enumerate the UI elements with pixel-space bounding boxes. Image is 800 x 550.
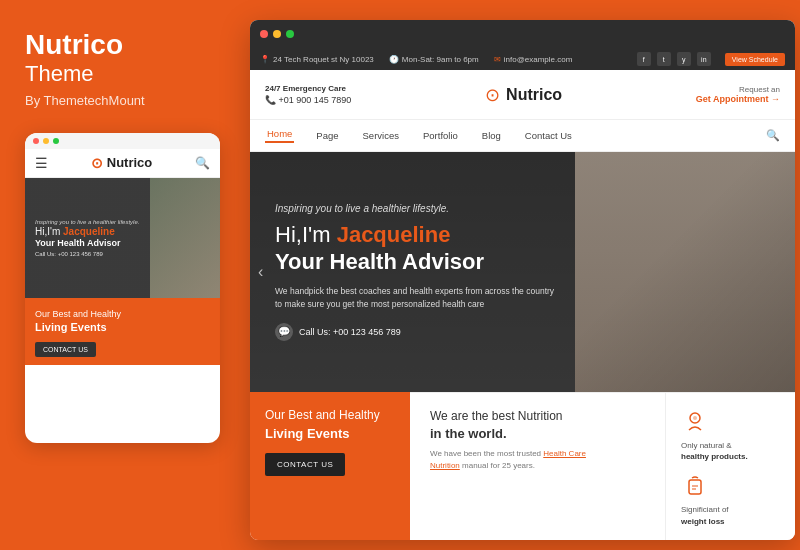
mobile-dot-red bbox=[33, 138, 39, 144]
site-header: 24/7 Emergency Care 📞 +01 900 145 7890 ⊙… bbox=[250, 70, 795, 120]
social-icons: f t y in View Schedule bbox=[637, 52, 785, 66]
nav-item-home[interactable]: Home bbox=[265, 128, 294, 143]
hamburger-icon[interactable]: ☰ bbox=[35, 155, 48, 171]
nav-item-contact[interactable]: Contact Us bbox=[523, 130, 574, 141]
address-item: 📍 24 Tech Roquet st Ny 10023 bbox=[260, 55, 374, 64]
icon1-label: Only natural & bbox=[681, 441, 732, 450]
hero-name-text: Jacqueline bbox=[337, 222, 451, 247]
weight-loss-icon bbox=[681, 472, 709, 500]
svg-point-1 bbox=[693, 416, 697, 420]
events-panel: Our Best and Healthy Living Events CONTA… bbox=[250, 392, 410, 540]
hours-item: 🕐 Mon-Sat: 9am to 6pm bbox=[389, 55, 479, 64]
mobile-events-living-text: Living Events bbox=[35, 321, 107, 333]
header-right: Request an Get Appointment → bbox=[696, 85, 780, 104]
svg-rect-2 bbox=[689, 480, 701, 494]
icon2-sublabel: weight loss bbox=[681, 517, 725, 526]
facebook-icon[interactable]: f bbox=[637, 52, 651, 66]
mobile-events-title: Our Best and Healthy Living Events bbox=[35, 308, 210, 336]
mobile-logo-icon: ⊙ bbox=[91, 155, 103, 171]
hero-content: Inspiring you to live a healthier lifest… bbox=[250, 183, 580, 360]
hero-description-text: We handpick the best coaches and health … bbox=[275, 285, 555, 311]
mobile-events-title-text: Our Best and Healthy bbox=[35, 309, 121, 319]
icon-text-1: Only natural & healthy products. bbox=[681, 440, 748, 462]
desktop-dot-green bbox=[286, 30, 294, 38]
desktop-titlebar bbox=[250, 20, 795, 48]
whatsapp-icon: 💬 bbox=[275, 323, 293, 341]
nav-item-blog[interactable]: Blog bbox=[480, 130, 503, 141]
mobile-hi-prefix: Hi,I'm bbox=[35, 226, 60, 237]
clock-icon: 🕐 bbox=[389, 55, 399, 64]
top-bar: 📍 24 Tech Roquet st Ny 10023 🕐 Mon-Sat: … bbox=[250, 48, 795, 70]
nutrition-title: We are the best Nutrition in the world. bbox=[430, 408, 645, 443]
mobile-mockup: ☰ ⊙ Nutrico 🔍 Inspiring you to live a he… bbox=[25, 133, 220, 443]
icon-item-1: Only natural & healthy products. bbox=[681, 408, 780, 462]
mobile-titlebar bbox=[25, 133, 220, 149]
contact-button[interactable]: CONTACT US bbox=[265, 453, 345, 476]
mobile-hero-content: Inspiring you to live a healthier lifest… bbox=[25, 211, 149, 265]
mobile-bottom-section: Our Best and Healthy Living Events CONTA… bbox=[25, 298, 220, 365]
mobile-contact-button[interactable]: CONTACT US bbox=[35, 342, 96, 357]
site-navigation: Home Page Services Portfolio Blog Contac… bbox=[250, 120, 795, 152]
hero-inspiring-text: Inspiring you to live a healthier lifest… bbox=[275, 203, 555, 214]
site-logo: ⊙ Nutrico bbox=[351, 84, 695, 106]
email-text: info@example.com bbox=[504, 55, 573, 64]
mobile-call-text: Call Us: +00 123 456 789 bbox=[35, 251, 139, 257]
mobile-hero-bg bbox=[150, 178, 220, 298]
nutrition-desc: We have been the most trusted Health Car… bbox=[430, 448, 610, 472]
hero-hi-line: Hi,I'm Jacqueline bbox=[275, 222, 555, 248]
phone-number: +01 900 145 7890 bbox=[279, 95, 352, 105]
logo-icon: ⊙ bbox=[485, 84, 500, 106]
icon-text-2: Significiant of weight loss bbox=[681, 504, 729, 526]
desktop-dot-red bbox=[260, 30, 268, 38]
phone-icon: 📞 bbox=[265, 95, 279, 105]
emergency-info: 24/7 Emergency Care 📞 +01 900 145 7890 bbox=[265, 83, 351, 107]
logo-text: Nutrico bbox=[506, 86, 562, 104]
nutrition-title-text: We are the best Nutrition bbox=[430, 409, 563, 423]
hero-overlay bbox=[575, 152, 795, 392]
mobile-name-text: Jacqueline bbox=[63, 226, 115, 237]
brand-by: By ThemetechMount bbox=[25, 93, 220, 108]
mobile-dot-yellow bbox=[43, 138, 49, 144]
icon2-label: Significiant of bbox=[681, 505, 729, 514]
mobile-dot-green bbox=[53, 138, 59, 144]
hero-hi-prefix: Hi,I'm bbox=[275, 222, 331, 247]
icons-section: Only natural & healthy products. Signifi… bbox=[665, 392, 795, 540]
mobile-nav: ☰ ⊙ Nutrico 🔍 bbox=[25, 149, 220, 178]
desktop-dot-yellow bbox=[273, 30, 281, 38]
nutrition-panel: We are the best Nutrition in the world. … bbox=[410, 392, 665, 540]
mobile-logo: ⊙ Nutrico bbox=[91, 155, 153, 171]
brand-subtitle: Theme bbox=[25, 61, 220, 87]
nutrition-bold-text: in the world. bbox=[430, 426, 507, 441]
hero-advisor-text: Your Health Advisor bbox=[275, 249, 555, 275]
bottom-section: Our Best and Healthy Living Events CONTA… bbox=[250, 392, 795, 540]
twitter-icon[interactable]: t bbox=[657, 52, 671, 66]
mobile-search-icon[interactable]: 🔍 bbox=[195, 156, 210, 170]
icon-item-2: Significiant of weight loss bbox=[681, 472, 780, 526]
view-schedule-button[interactable]: View Schedule bbox=[725, 53, 785, 66]
location-icon: 📍 bbox=[260, 55, 270, 64]
youtube-icon[interactable]: y bbox=[677, 52, 691, 66]
events-title: Our Best and Healthy bbox=[265, 407, 395, 424]
request-label: Request an bbox=[696, 85, 780, 94]
mobile-hero: Inspiring you to live a healthier lifest… bbox=[25, 178, 220, 298]
icon1-sublabel: healthy products. bbox=[681, 452, 748, 461]
brand-name: Nutrico bbox=[25, 30, 220, 61]
emergency-phone: 📞 +01 900 145 7890 bbox=[265, 94, 351, 107]
nutrition-link[interactable]: Health Care Nutrition bbox=[430, 449, 586, 470]
address-text: 24 Tech Roquet st Ny 10023 bbox=[273, 55, 374, 64]
nav-item-page[interactable]: Page bbox=[314, 130, 340, 141]
mobile-inspiring-text: Inspiring you to live a healthier lifest… bbox=[35, 219, 139, 225]
email-icon: ✉ bbox=[494, 55, 501, 64]
natural-products-icon bbox=[681, 408, 709, 436]
appointment-link[interactable]: Get Appointment → bbox=[696, 94, 780, 104]
nav-search-icon[interactable]: 🔍 bbox=[766, 129, 780, 142]
desktop-mockup: 📍 24 Tech Roquet st Ny 10023 🕐 Mon-Sat: … bbox=[250, 20, 795, 540]
linkedin-icon[interactable]: in bbox=[697, 52, 711, 66]
email-item: ✉ info@example.com bbox=[494, 55, 573, 64]
hours-text: Mon-Sat: 9am to 6pm bbox=[402, 55, 479, 64]
mobile-hi-text: Hi,I'm Jacqueline bbox=[35, 225, 139, 238]
nav-item-services[interactable]: Services bbox=[361, 130, 401, 141]
nav-item-portfolio[interactable]: Portfolio bbox=[421, 130, 460, 141]
events-living-text: Living Events bbox=[265, 426, 395, 441]
emergency-title: 24/7 Emergency Care bbox=[265, 83, 351, 94]
